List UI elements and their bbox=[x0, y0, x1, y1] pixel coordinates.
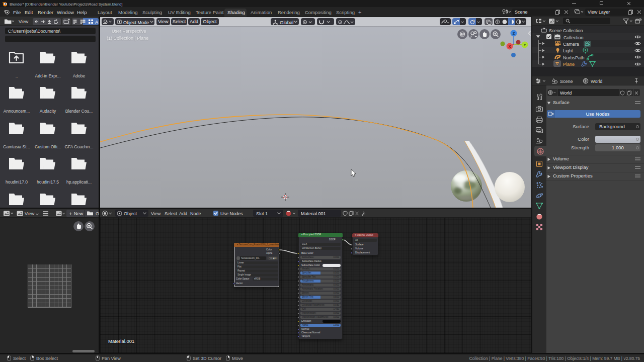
svg-text:Y: Y bbox=[523, 43, 526, 47]
svg-text:Z: Z bbox=[513, 31, 515, 36]
svg-text:X: X bbox=[508, 44, 511, 49]
svg-text:A: A bbox=[95, 19, 98, 24]
